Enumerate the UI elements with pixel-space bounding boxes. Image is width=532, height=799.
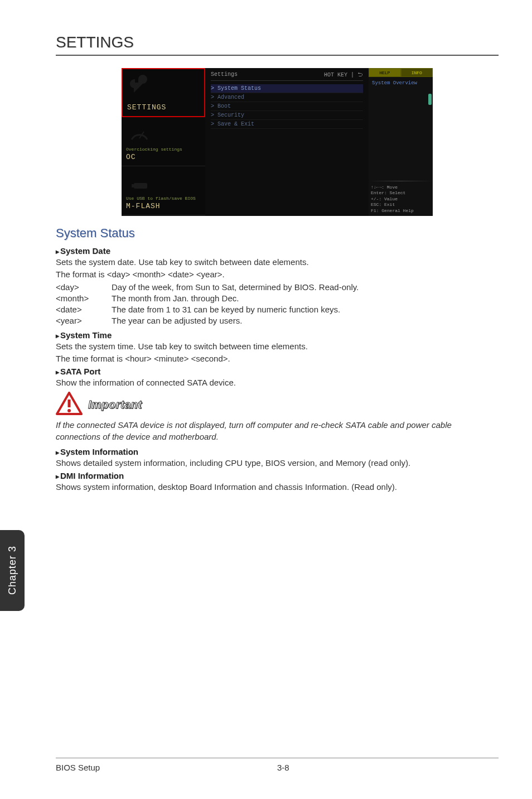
footer-page-number: 3-8 xyxy=(277,763,499,772)
bios-main-header-right: HOT KEY | ⮌ xyxy=(324,71,363,78)
bios-menu-boot[interactable]: > Boot xyxy=(211,102,363,111)
bios-sidebar: SETTINGS Overclocking settings OC Use US… xyxy=(122,68,205,216)
bios-main-header-left: Settings xyxy=(211,71,238,78)
desc-month: The month from Jan. through Dec. xyxy=(112,293,499,304)
term-date: <date> xyxy=(56,304,112,315)
term-year: <year> xyxy=(56,315,112,326)
sata-port-line1: Show the information of connected SATA d… xyxy=(56,377,499,388)
svg-rect-1 xyxy=(134,183,147,189)
term-day: <day> xyxy=(56,282,112,293)
important-label: Important xyxy=(88,398,142,411)
chapter-tab-text: Chapter 3 xyxy=(7,546,18,595)
desc-date: The date from 1 to 31 can be keyed by nu… xyxy=(112,304,499,315)
term-month: <month> xyxy=(56,293,112,304)
system-info-text: Shows detailed system information, inclu… xyxy=(56,458,499,469)
heading-sata-port: SATA Port xyxy=(56,367,499,376)
key-esc: ESC: Exit xyxy=(371,202,431,208)
divider xyxy=(369,181,433,181)
sidebar-title-2: M-FLASH xyxy=(126,202,201,210)
heading-system-information: System Information xyxy=(56,447,499,456)
svg-rect-3 xyxy=(68,399,71,407)
dmi-info-text: Shows system information, desktop Board … xyxy=(56,482,499,493)
sidebar-title-0: SETTINGS xyxy=(127,103,200,112)
important-callout: Important xyxy=(56,392,499,417)
bios-screenshot: SETTINGS Overclocking settings OC Use US… xyxy=(122,68,433,216)
chapter-tab: Chapter 3 xyxy=(0,530,25,611)
tab-help[interactable]: HELP xyxy=(369,68,401,77)
gauge-icon xyxy=(128,123,151,148)
scrollbar-thumb[interactable] xyxy=(428,94,432,105)
usb-icon xyxy=(128,172,151,197)
heading-system-time: System Time xyxy=(56,330,499,340)
key-move: ↑↓←→: Move xyxy=(371,185,431,190)
bios-menu-advanced[interactable]: > Advanced xyxy=(211,93,363,102)
bios-menu-system-status[interactable]: > System Status xyxy=(211,84,363,93)
bios-keys-legend: ↑↓←→: Move Enter: Select +/-: Value ESC:… xyxy=(369,182,433,216)
sidebar-item-mflash[interactable]: Use USB to flash/save BIOS M-FLASH xyxy=(122,166,205,215)
bios-help-content: System Overview xyxy=(369,77,433,180)
system-time-line1: Sets the system time. Use tab key to swi… xyxy=(56,341,499,352)
important-note: If the connected SATA device is not disp… xyxy=(56,420,499,442)
tab-info[interactable]: INFO xyxy=(401,68,433,77)
bios-help-text: System Overview xyxy=(372,80,417,86)
sidebar-title-1: OC xyxy=(126,153,201,161)
bios-menu-security[interactable]: > Security xyxy=(211,111,363,120)
system-date-line1: Sets the system date. Use tab key to swi… xyxy=(56,257,499,268)
wrench-icon xyxy=(129,75,152,100)
system-date-table: <day> Day of the week, from Sun to Sat, … xyxy=(56,282,499,327)
desc-year: The year can be adjusted by users. xyxy=(112,315,499,326)
bios-right-panel: HELP INFO System Overview ↑↓←→: Move Ent… xyxy=(369,68,433,216)
page-title: SETTINGS xyxy=(56,33,499,56)
table-row: <year> The year can be adjusted by users… xyxy=(56,315,499,326)
heading-dmi-information: DMI Information xyxy=(56,471,499,480)
bios-menu-save-exit[interactable]: > Save & Exit xyxy=(211,120,363,129)
sidebar-item-settings[interactable]: SETTINGS xyxy=(122,68,205,117)
system-date-line2: The format is <day> <month> <date> <year… xyxy=(56,269,499,280)
table-row: <month> The month from Jan. through Dec. xyxy=(56,293,499,304)
bios-main-panel: Settings HOT KEY | ⮌ > System Status > A… xyxy=(205,68,369,216)
heading-system-date: System Date xyxy=(56,246,499,256)
svg-point-4 xyxy=(67,409,71,412)
system-time-line2: The time format is <hour> <minute> <seco… xyxy=(56,353,499,364)
warning-icon xyxy=(56,392,83,417)
table-row: <date> The date from 1 to 31 can be keye… xyxy=(56,304,499,315)
table-row: <day> Day of the week, from Sun to Sat, … xyxy=(56,282,499,293)
section-heading-system-status: System Status xyxy=(56,226,499,240)
key-value: +/-: Value xyxy=(371,196,431,202)
footer-left: BIOS Setup xyxy=(56,763,277,772)
key-enter: Enter: Select xyxy=(371,190,431,196)
sidebar-item-oc[interactable]: Overclocking settings OC xyxy=(122,117,205,166)
bios-right-tabs: HELP INFO xyxy=(369,68,433,77)
desc-day: Day of the week, from Sun to Sat, determ… xyxy=(112,282,499,293)
page-footer: BIOS Setup 3-8 xyxy=(56,758,499,772)
svg-rect-2 xyxy=(132,184,135,187)
key-f1: F1: General Help xyxy=(371,208,431,214)
bios-main-header: Settings HOT KEY | ⮌ xyxy=(211,71,363,81)
